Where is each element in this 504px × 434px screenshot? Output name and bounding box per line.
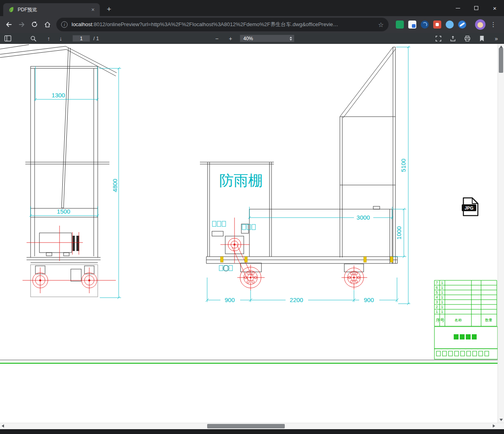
table-row-qty: 1 bbox=[441, 310, 443, 314]
extension-icon-red[interactable] bbox=[433, 21, 441, 29]
window-bottom-edge bbox=[0, 429, 504, 434]
rain-shelter-label: 防雨棚 bbox=[219, 172, 263, 189]
url-text: localhost:8012/onlinePreview?url=http%3A… bbox=[72, 21, 375, 28]
zoom-in-button[interactable]: + bbox=[227, 35, 234, 42]
page-number-input[interactable] bbox=[72, 35, 90, 42]
back-button[interactable] bbox=[2, 18, 15, 31]
table-row-no: 6 bbox=[436, 286, 438, 290]
home-icon bbox=[44, 21, 51, 28]
dim-label-900-right: 900 bbox=[364, 296, 374, 303]
browser-window: PDF预览 × + × i localhost:8012/onlinePrevi… bbox=[0, 0, 504, 434]
spring-leaf-favicon bbox=[8, 6, 14, 13]
reload-icon bbox=[31, 21, 38, 28]
table-header-name: 名称 bbox=[455, 318, 462, 322]
table-row-no: 4 bbox=[436, 295, 438, 299]
secondary-toolbar-toggle[interactable]: » bbox=[493, 35, 500, 42]
scroll-down-arrow-icon[interactable] bbox=[500, 419, 503, 421]
presentation-mode-button[interactable] bbox=[435, 35, 442, 42]
table-row-qty: 1 bbox=[441, 290, 443, 294]
table-row-no: 7 bbox=[436, 281, 438, 285]
url-host: localhost bbox=[72, 21, 92, 27]
cad-drawing: 1300 4800 1500 bbox=[0, 44, 498, 423]
jpg-file-icon: JPG bbox=[462, 198, 478, 216]
table-row-qty: 1 bbox=[441, 281, 443, 285]
zoom-value: 40% bbox=[243, 36, 253, 41]
page-info-icon[interactable]: i bbox=[61, 21, 68, 28]
previous-page-button[interactable]: ↑ bbox=[45, 35, 52, 42]
dim-label-5100: 5100 bbox=[400, 158, 407, 172]
sidebar-toggle-button[interactable] bbox=[4, 35, 11, 42]
pdf-page-content: 1300 4800 1500 bbox=[0, 44, 498, 423]
dot-shape bbox=[436, 23, 439, 26]
dim-label-1300: 1300 bbox=[51, 92, 65, 99]
bookmark-button[interactable] bbox=[478, 35, 485, 42]
horizontal-scrollbar[interactable] bbox=[0, 423, 504, 429]
translate-corner bbox=[412, 24, 416, 28]
forward-icon bbox=[18, 21, 25, 28]
close-icon: × bbox=[493, 5, 497, 11]
open-file-button[interactable] bbox=[449, 35, 457, 42]
title-bar: PDF预览 × + × bbox=[0, 0, 504, 16]
find-button[interactable] bbox=[30, 35, 37, 42]
dim-label-2200: 2200 bbox=[290, 296, 303, 303]
navigation-bar: i localhost:8012/onlinePreview?url=http%… bbox=[0, 16, 504, 33]
minimize-button[interactable] bbox=[448, 0, 467, 16]
next-page-button[interactable]: ↓ bbox=[57, 35, 64, 42]
close-button[interactable]: × bbox=[485, 0, 504, 16]
print-button[interactable] bbox=[464, 35, 471, 42]
vertical-scrollbar[interactable] bbox=[498, 44, 504, 423]
search-icon bbox=[30, 35, 37, 42]
profile-avatar[interactable] bbox=[475, 19, 485, 30]
table-row-no: 1 bbox=[436, 310, 438, 314]
fullscreen-icon bbox=[435, 35, 442, 42]
bookmark-star-icon[interactable]: ☆ bbox=[378, 21, 384, 29]
table-header-serial: 序号 bbox=[436, 318, 444, 323]
open-file-icon bbox=[450, 35, 456, 42]
table-row-no: 5 bbox=[436, 290, 438, 294]
extension-icon-translate[interactable] bbox=[408, 21, 416, 29]
extension-icon-green[interactable] bbox=[396, 21, 404, 29]
scroll-right-arrow-icon[interactable] bbox=[493, 424, 495, 428]
horizontal-scroll-thumb[interactable] bbox=[207, 424, 285, 428]
dim-label-900-left: 900 bbox=[224, 296, 235, 303]
table-row-no: 2 bbox=[436, 305, 438, 309]
arc-shape bbox=[422, 22, 427, 27]
address-bar[interactable]: i localhost:8012/onlinePreview?url=http%… bbox=[56, 18, 389, 31]
reload-button[interactable] bbox=[28, 18, 41, 31]
stripe-shape bbox=[459, 22, 465, 27]
footer-text-blocks bbox=[436, 351, 489, 356]
vertical-scroll-thumb[interactable] bbox=[499, 48, 503, 73]
extension-icon-blue[interactable] bbox=[458, 21, 466, 29]
pdf-toolbar: ↑ ↓ / 1 − + 40% » bbox=[0, 33, 504, 44]
select-spinner-icon bbox=[290, 37, 292, 41]
minimize-icon bbox=[456, 8, 460, 8]
zoom-select[interactable]: 40% bbox=[240, 35, 294, 42]
url-path: :8012/onlinePreview?url=http%3A%2F%2Floc… bbox=[92, 21, 338, 27]
page-count-label: / 1 bbox=[93, 36, 99, 41]
forward-button[interactable] bbox=[15, 18, 28, 31]
maximize-icon bbox=[474, 6, 478, 10]
table-row-qty: 1 bbox=[441, 286, 443, 290]
table-row-qty: 1 bbox=[441, 305, 443, 309]
title-text-blocks bbox=[454, 334, 477, 339]
extensions-tray bbox=[396, 21, 466, 29]
tab-close-icon[interactable]: × bbox=[89, 6, 97, 13]
back-icon bbox=[5, 21, 12, 28]
scroll-left-arrow-icon[interactable] bbox=[2, 424, 4, 428]
extension-icon-cloud[interactable] bbox=[446, 21, 454, 29]
dim-label-4800: 4800 bbox=[111, 179, 118, 192]
table-row-qty: 1 bbox=[441, 300, 443, 304]
dim-label-1500: 1500 bbox=[57, 208, 70, 215]
maximize-button[interactable] bbox=[467, 0, 485, 16]
home-button[interactable] bbox=[41, 18, 54, 31]
browser-menu-icon[interactable]: ⋮ bbox=[490, 21, 496, 28]
zoom-out-button[interactable]: − bbox=[213, 35, 220, 42]
dim-label-1000: 1000 bbox=[395, 226, 402, 239]
table-row-qty: 1 bbox=[441, 295, 443, 299]
browser-tab[interactable]: PDF预览 × bbox=[3, 3, 100, 16]
table-header-qty: 数量 bbox=[485, 318, 492, 322]
extension-icon-dark-blue[interactable] bbox=[421, 21, 429, 29]
new-tab-button[interactable]: + bbox=[104, 4, 114, 14]
bookmark-icon bbox=[479, 35, 485, 42]
title-block: 7 6 5 4 3 2 1 1 1 1 1 1 1 1 序号 名称 数量 bbox=[434, 280, 498, 359]
